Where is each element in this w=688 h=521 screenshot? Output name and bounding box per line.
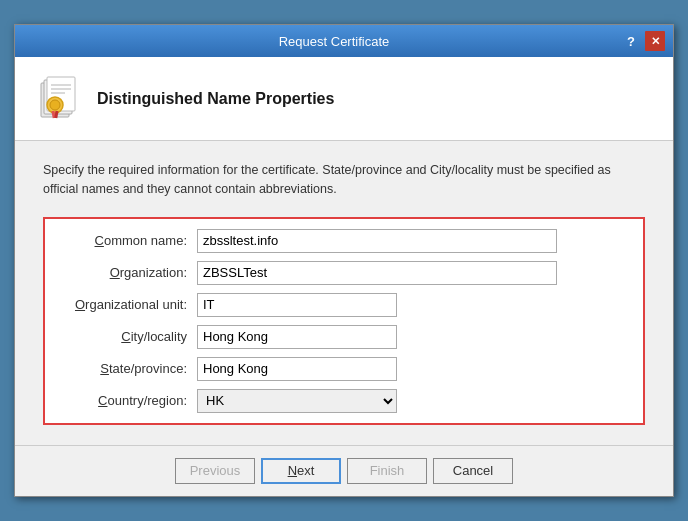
previous-button[interactable]: Previous [175,458,255,484]
description-text: Specify the required information for the… [43,161,645,199]
dialog-footer: Previous Next Finish Cancel [15,445,673,496]
dialog-body: Specify the required information for the… [15,141,673,445]
next-underline: N [288,463,297,478]
cancel-button[interactable]: Cancel [433,458,513,484]
next-button[interactable]: Next [261,458,341,484]
title-bar-controls: ? ✕ [621,31,665,51]
state-label: State/province: [57,361,197,376]
city-input[interactable] [197,325,397,349]
help-button[interactable]: ? [621,31,641,51]
common-name-row: Common name: [57,229,631,253]
dialog-title: Request Certificate [47,34,621,49]
finish-button[interactable]: Finish [347,458,427,484]
city-label: City/locality [57,329,197,344]
title-bar: Request Certificate ? ✕ [15,25,673,57]
common-name-input[interactable] [197,229,557,253]
state-input[interactable] [197,357,397,381]
certificate-icon [35,73,83,124]
svg-point-7 [50,100,60,110]
state-row: State/province: [57,357,631,381]
dialog-header: Distinguished Name Properties [15,57,673,141]
request-certificate-dialog: Request Certificate ? ✕ [14,24,674,497]
common-name-label: Common name: [57,233,197,248]
organization-row: Organization: [57,261,631,285]
close-button[interactable]: ✕ [645,31,665,51]
next-label-rest: ext [297,463,314,478]
country-label: Country/region: [57,393,197,408]
org-unit-row: Organizational unit: [57,293,631,317]
organization-label: Organization: [57,265,197,280]
country-row: Country/region: HK US GB CN JP AU DE FR … [57,389,631,413]
city-row: City/locality [57,325,631,349]
country-select[interactable]: HK US GB CN JP AU DE FR CA SG [197,389,397,413]
form-container: Common name: Organization: Organizationa… [43,217,645,425]
org-unit-input[interactable] [197,293,397,317]
org-unit-label: Organizational unit: [57,297,197,312]
organization-input[interactable] [197,261,557,285]
header-title: Distinguished Name Properties [97,90,334,108]
